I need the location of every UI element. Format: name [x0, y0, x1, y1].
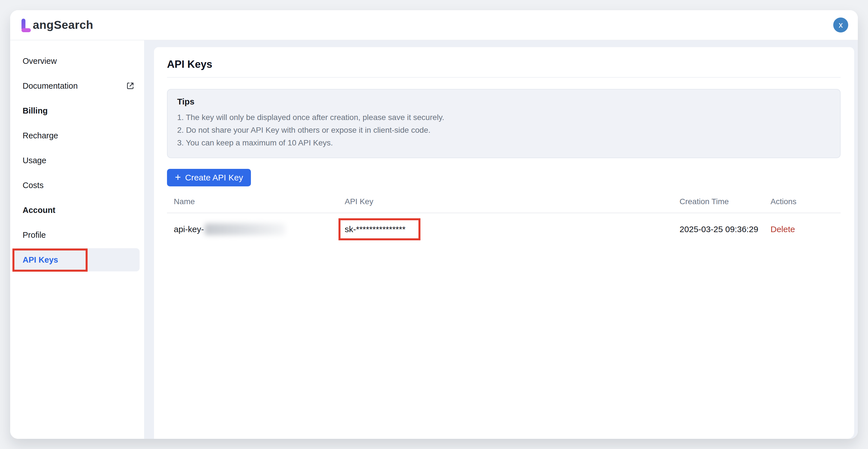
page-title: API Keys	[167, 59, 841, 78]
sidebar-item-label: Recharge	[23, 131, 58, 140]
sidebar-item-overview[interactable]: Overview	[10, 49, 144, 73]
sidebar-item-label: Profile	[23, 230, 46, 240]
column-header-creation-time: Creation Time	[680, 190, 771, 213]
tips-line-3: 3. You can keep a maximum of 10 API Keys…	[177, 136, 830, 149]
create-api-key-button[interactable]: + Create API Key	[167, 169, 251, 186]
plus-icon: +	[175, 172, 181, 183]
tips-line-1: 1. The key will only be displayed once a…	[177, 111, 830, 124]
content-region: API Keys Tips 1. The key will only be di…	[144, 40, 858, 439]
sidebar-section-billing: Billing	[10, 98, 144, 123]
user-avatar[interactable]: x	[833, 18, 848, 32]
brand-name: angSearch	[33, 18, 93, 32]
column-header-name: Name	[167, 190, 345, 213]
api-keys-table: Name API Key Creation Time Actions api-k…	[167, 190, 841, 245]
sidebar-section-label: Billing	[23, 106, 48, 116]
redacted-name-blur	[205, 223, 285, 235]
table-header-row: Name API Key Creation Time Actions	[167, 190, 841, 213]
column-header-api-key: API Key	[345, 190, 680, 213]
sidebar-item-recharge[interactable]: Recharge	[10, 123, 144, 148]
sidebar-item-label: Costs	[23, 181, 43, 190]
sidebar-item-costs[interactable]: Costs	[10, 173, 144, 198]
sidebar-item-label: Documentation	[23, 81, 78, 91]
sidebar-item-usage[interactable]: Usage	[10, 148, 144, 173]
cell-actions: Delete	[771, 213, 841, 245]
column-header-actions: Actions	[771, 190, 841, 213]
body-row: Overview Documentation Billing Recharge	[10, 40, 858, 439]
sidebar-section-label: Account	[23, 205, 55, 215]
app-window: angSearch x Overview Documentation	[10, 10, 858, 439]
delete-link[interactable]: Delete	[771, 224, 795, 234]
sidebar-item-documentation[interactable]: Documentation	[10, 73, 144, 98]
sidebar-item-label: Usage	[23, 156, 46, 165]
annotation-box-api-key: sk-***************	[339, 218, 421, 240]
sidebar-section-account: Account	[10, 198, 144, 223]
sidebar-item-api-keys[interactable]: API Keys	[13, 248, 140, 271]
sidebar-item-label: API Keys	[23, 255, 58, 265]
table-row: api-key- sk-*************** 2025-03-25 0…	[167, 213, 841, 245]
cell-api-key: sk-***************	[345, 213, 680, 245]
sidebar-item-profile[interactable]: Profile	[10, 223, 144, 247]
sidebar-item-label: Overview	[23, 57, 57, 66]
user-avatar-letter: x	[839, 21, 843, 29]
brand-logo: angSearch	[22, 18, 93, 32]
brand-logo-l-icon	[22, 18, 32, 32]
top-header: angSearch x	[10, 10, 858, 40]
tips-title: Tips	[177, 97, 830, 106]
sidebar: Overview Documentation Billing Recharge	[10, 40, 144, 439]
masked-api-key-text: sk-***************	[345, 224, 405, 234]
create-api-key-button-label: Create API Key	[185, 173, 243, 183]
api-key-name-text: api-key-	[174, 224, 204, 234]
cell-creation-time: 2025-03-25 09:36:29	[680, 213, 771, 245]
external-link-icon	[126, 82, 134, 90]
cell-name: api-key-	[167, 213, 345, 245]
tips-box: Tips 1. The key will only be displayed o…	[167, 89, 841, 158]
main-panel: API Keys Tips 1. The key will only be di…	[154, 47, 854, 439]
tips-line-2: 2. Do not share your API Key with others…	[177, 124, 830, 136]
